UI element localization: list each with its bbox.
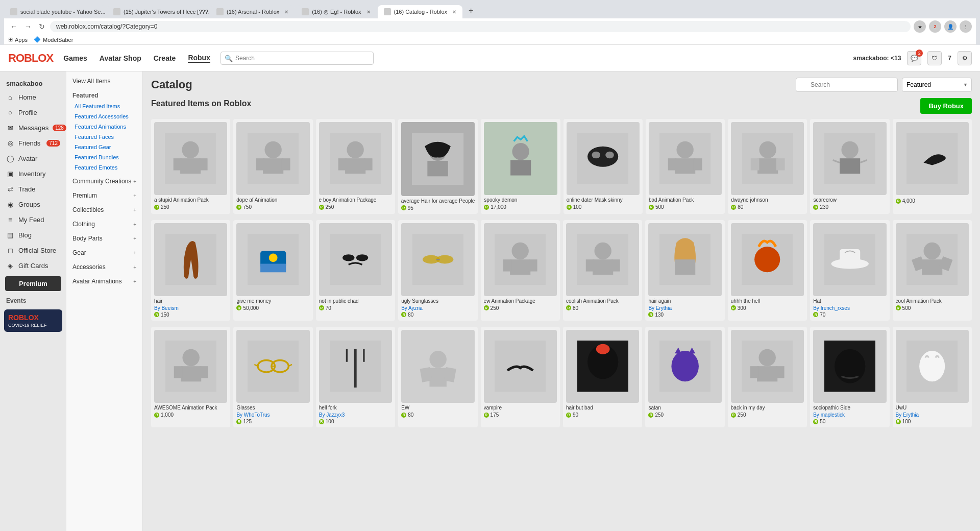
item-card-1[interactable]: a stupid Animation Pack R 250 xyxy=(151,119,230,214)
cat-featured-bundles[interactable]: Featured Bundles xyxy=(66,152,142,162)
buy-robux-button[interactable]: Buy Robux xyxy=(920,98,972,114)
cat-premium[interactable]: Premium + xyxy=(66,190,142,201)
cat-featured-accessories[interactable]: Featured Accessories xyxy=(66,111,142,122)
item-card-r2-4[interactable]: ugly Sunglasses By Ayzria R 80 xyxy=(398,220,477,321)
cat-featured-emotes[interactable]: Featured Emotes xyxy=(66,162,142,173)
robux-icon-r3-2: R xyxy=(236,419,241,424)
item-card-3[interactable]: e boy Animation Package R 250 xyxy=(316,119,395,214)
nav-robux[interactable]: Robux xyxy=(188,54,210,63)
item-card-r3-4[interactable]: EW R 80 xyxy=(398,327,477,427)
item-thumb-r3-5 xyxy=(484,330,557,403)
cat-featured-animations[interactable]: Featured Animations xyxy=(66,122,142,132)
cat-view-all[interactable]: View All Items xyxy=(66,76,142,87)
item-thumb-r3-3 xyxy=(319,330,392,403)
sidebar-item-blog[interactable]: ▤ Blog xyxy=(0,227,66,243)
item-card-r3-3[interactable]: hell fork By Jazzyx3 R 100 xyxy=(316,327,395,427)
settings-gear-icon[interactable]: ⚙ xyxy=(958,51,972,65)
catalog-sort-select[interactable]: Featured Relevance Price (Low to High) P… xyxy=(902,78,972,92)
sidebar-item-home[interactable]: ⌂ Home xyxy=(0,89,66,105)
tab-3[interactable]: (16) Arsenal - Roblox ✕ xyxy=(210,5,295,18)
svg-rect-8 xyxy=(256,159,264,171)
sidebar-item-friends[interactable]: ◎ Friends 712 xyxy=(0,135,66,151)
item-card-6[interactable]: online dater Mask skinny R 100 xyxy=(564,119,643,214)
cat-accessories[interactable]: Accessories + xyxy=(66,261,142,273)
sidebar-item-myfeed[interactable]: ≡ My Feed xyxy=(0,212,66,227)
tab-close-3[interactable]: ✕ xyxy=(284,9,288,15)
item-card-r2-3[interactable]: not in public chad R 70 xyxy=(316,220,395,321)
sidebar-event-card[interactable]: ROBLOX COVID-19 RELIEF xyxy=(4,309,62,332)
svg-rect-3 xyxy=(174,159,182,171)
extensions-icon[interactable]: 2 xyxy=(929,20,941,33)
sidebar-item-inventory[interactable]: ▣ Inventory xyxy=(0,166,66,181)
tab-close-4[interactable]: ✕ xyxy=(366,9,371,15)
bookmark-modelsaber[interactable]: 🔷 ModelSaber xyxy=(34,36,73,43)
cat-bodyparts[interactable]: Body Parts + xyxy=(66,233,142,244)
item-card-4[interactable]: average Hair for average People R 95 xyxy=(398,119,478,214)
forward-button[interactable]: → xyxy=(22,21,34,32)
settings-icon[interactable]: ⋮ xyxy=(960,20,972,33)
item-card-r2-2[interactable]: give me money R 50,000 xyxy=(233,220,312,321)
catalog-search-input[interactable] xyxy=(796,78,898,92)
bookmark-apps[interactable]: ⊞ Apps xyxy=(8,36,28,43)
profile-icon[interactable]: 👤 xyxy=(944,20,957,33)
item-card-5[interactable]: spooky demon R 17,000 xyxy=(481,119,560,214)
item-card-r3-8[interactable]: back in my day R 250 xyxy=(728,327,807,427)
item-card-9[interactable]: scarecrow R 230 xyxy=(810,119,889,214)
sidebar-item-trade[interactable]: ⇄ Trade xyxy=(0,181,66,197)
tab-close-5[interactable]: ✕ xyxy=(452,9,456,15)
item-thumb-8 xyxy=(731,122,804,195)
item-card-r2-6[interactable]: coolish Animation Pack R 80 xyxy=(563,220,642,321)
item-thumb-r2-4 xyxy=(401,223,474,296)
bookmark-icon[interactable]: ★ xyxy=(914,20,926,33)
sidebar-item-profile[interactable]: ○ Profile xyxy=(0,105,66,120)
cat-community[interactable]: Community Creations + xyxy=(66,176,142,187)
chat-icon[interactable]: 💬 2 xyxy=(907,51,921,65)
item-card-r2-9[interactable]: Hat By french_rxses R 70 xyxy=(810,220,889,321)
item-card-r3-6[interactable]: hair but bad R 90 xyxy=(563,327,642,427)
cat-featured-gear[interactable]: Featured Gear xyxy=(66,142,142,152)
sidebar-item-groups[interactable]: ◉ Groups xyxy=(0,197,66,212)
address-input[interactable] xyxy=(50,21,911,32)
item-name-r2-2: give me money xyxy=(236,298,309,304)
item-card-r3-5[interactable]: vampire R 175 xyxy=(481,327,560,427)
premium-button[interactable]: Premium xyxy=(5,276,61,291)
header-search-input[interactable] xyxy=(220,52,374,65)
item-card-r2-7[interactable]: hair again By Erythia R 130 xyxy=(645,220,724,321)
tab-1[interactable]: social blade youtube - Yahoo Se... ✕ xyxy=(4,5,106,18)
cat-clothing[interactable]: Clothing + xyxy=(66,219,142,230)
item-card-7[interactable]: bad Animation Pack R 500 xyxy=(646,119,725,214)
item-card-r2-8[interactable]: uhhh the hell R 300 xyxy=(728,220,807,321)
sidebar-item-messages[interactable]: ✉ Messages 128 xyxy=(0,120,66,135)
item-card-10[interactable]: R 4,000 xyxy=(893,119,972,214)
tab-4[interactable]: (16) ◎ Eg! - Roblox ✕ xyxy=(296,5,376,18)
reload-button[interactable]: ↻ xyxy=(37,21,47,32)
cat-gear[interactable]: Gear + xyxy=(66,247,142,258)
sidebar-item-avatar[interactable]: ◯ Avatar xyxy=(0,151,66,166)
back-button[interactable]: ← xyxy=(8,21,19,32)
item-card-r2-1[interactable]: hair By Beeism R 150 xyxy=(151,220,230,321)
item-card-2[interactable]: dope af Animation R 750 xyxy=(233,119,312,214)
nav-create[interactable]: Create xyxy=(154,54,176,62)
item-card-r3-10[interactable]: UwU By Erythia R 100 xyxy=(893,327,972,427)
nav-avatar-shop[interactable]: Avatar Shop xyxy=(100,54,141,62)
svg-rect-4 xyxy=(199,159,208,171)
item-card-8[interactable]: dwayne johnson R 80 xyxy=(728,119,807,214)
tab-5[interactable]: (16) Catalog - Roblox ✕ xyxy=(378,5,463,18)
item-card-r3-9[interactable]: sociopathic Side By maplestick R 50 xyxy=(810,327,889,427)
sidebar-item-officialstore[interactable]: ◻ Official Store xyxy=(0,243,66,258)
item-card-r2-10[interactable]: cool Animation Pack R 500 xyxy=(893,220,972,321)
item-card-r3-1[interactable]: AWESOME Animation Pack R 1,000 xyxy=(151,327,230,427)
item-card-r3-7[interactable]: satan R 250 xyxy=(645,327,724,427)
item-card-r2-5[interactable]: ew Animation Package R 250 xyxy=(481,220,560,321)
tab-2[interactable]: (15) Jupiter's Towers of Hecc [???... ✕ xyxy=(107,5,209,18)
cat-avatar-animations[interactable]: Avatar Animations + xyxy=(66,276,142,287)
sidebar-item-giftcards[interactable]: ◈ Gift Cards xyxy=(0,258,66,273)
roblox-logo[interactable]: ROBLOX xyxy=(8,52,53,65)
cat-all-featured[interactable]: All Featured Items xyxy=(66,101,142,111)
shield-icon[interactable]: 🛡 xyxy=(927,51,942,65)
item-card-r3-2[interactable]: Glasses By WhoToTrus R 125 xyxy=(233,327,312,427)
cat-featured-faces[interactable]: Featured Faces xyxy=(66,132,142,142)
nav-games[interactable]: Games xyxy=(63,54,87,62)
cat-collectibles[interactable]: Collectibles + xyxy=(66,204,142,215)
new-tab-button[interactable]: + xyxy=(463,3,478,18)
